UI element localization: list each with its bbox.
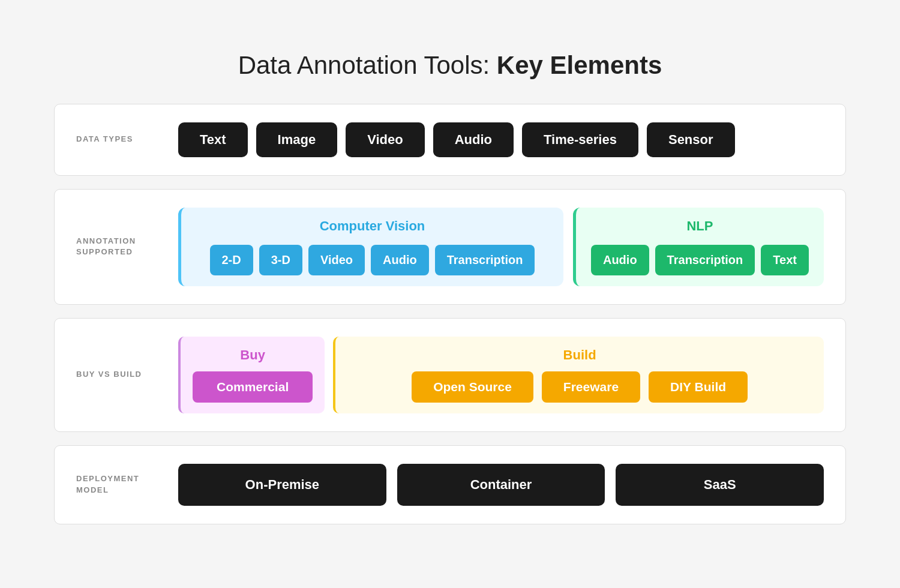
data-types-label: DATA TYPES xyxy=(76,134,160,145)
buy-build-label: BUY VS BUILD xyxy=(76,369,160,380)
cv-title: Computer Vision xyxy=(320,218,425,234)
data-types-section: DATA TYPES Text Image Video Audio Time-s… xyxy=(54,104,846,176)
build-group: Build Open Source Freeware DIY Build xyxy=(333,337,824,413)
buy-build-section: BUY VS BUILD Buy Commercial Build Open S… xyxy=(54,318,846,432)
data-type-text: Text xyxy=(178,122,248,157)
title-prefix: Data Annotation Tools: xyxy=(238,51,497,79)
nlp-text: Text xyxy=(761,245,809,275)
commercial-pill: Commercial xyxy=(193,371,313,403)
annotation-label: ANNOTATIONSUPPORTED xyxy=(76,236,160,257)
nlp-group: NLP Audio Transcription Text xyxy=(573,208,824,286)
container-pill: Container xyxy=(397,464,605,506)
freeware-pill: Freeware xyxy=(542,371,640,403)
data-types-content: Text Image Video Audio Time-series Senso… xyxy=(178,122,824,157)
buy-build-content: Buy Commercial Build Open Source Freewar… xyxy=(178,337,824,413)
cv-audio: Audio xyxy=(371,245,429,275)
page-title: Data Annotation Tools: Key Elements xyxy=(54,51,846,80)
data-type-timeseries: Time-series xyxy=(522,122,638,157)
data-type-audio: Audio xyxy=(433,122,514,157)
cv-group: Computer Vision 2-D 3-D Video Audio Tran… xyxy=(178,208,563,286)
nlp-title: NLP xyxy=(686,218,713,234)
data-type-sensor: Sensor xyxy=(647,122,735,157)
cv-transcription: Transcription xyxy=(435,245,535,275)
buy-group: Buy Commercial xyxy=(178,337,325,413)
cv-2d: 2-D xyxy=(210,245,253,275)
nlp-pills: Audio Transcription Text xyxy=(591,245,809,275)
deployment-content: On-Premise Container SaaS xyxy=(178,464,824,506)
cv-pills: 2-D 3-D Video Audio Transcription xyxy=(210,245,535,275)
annotation-content: Computer Vision 2-D 3-D Video Audio Tran… xyxy=(178,208,824,286)
nlp-audio: Audio xyxy=(591,245,649,275)
deployment-section: DEPLOYMENTMODEL On-Premise Container Saa… xyxy=(54,445,846,524)
title-bold: Key Elements xyxy=(497,51,662,79)
annotation-section: ANNOTATIONSUPPORTED Computer Vision 2-D … xyxy=(54,189,846,305)
diy-build-pill: DIY Build xyxy=(649,371,748,403)
cv-3d: 3-D xyxy=(259,245,302,275)
build-pills: Open Source Freeware DIY Build xyxy=(412,371,748,403)
deployment-label: DEPLOYMENTMODEL xyxy=(76,473,160,495)
page-wrapper: Data Annotation Tools: Key Elements DATA… xyxy=(42,27,858,562)
nlp-transcription: Transcription xyxy=(655,245,755,275)
on-premise-pill: On-Premise xyxy=(178,464,386,506)
open-source-pill: Open Source xyxy=(412,371,533,403)
build-title: Build xyxy=(563,347,596,363)
cv-video: Video xyxy=(308,245,365,275)
saas-pill: SaaS xyxy=(616,464,824,506)
data-type-video: Video xyxy=(346,122,425,157)
data-type-image: Image xyxy=(256,122,338,157)
buy-title: Buy xyxy=(240,347,265,363)
